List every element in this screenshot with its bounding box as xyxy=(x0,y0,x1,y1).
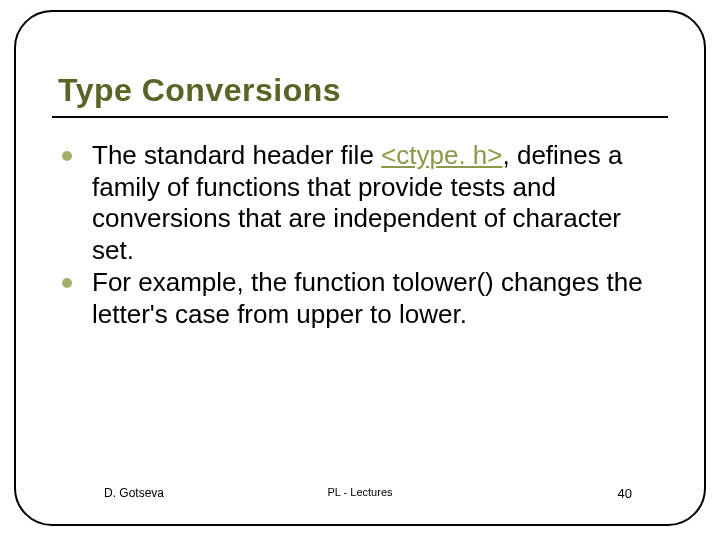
bullet-text: The standard header file <ctype. h>, def… xyxy=(92,140,660,267)
title-underline xyxy=(52,116,668,118)
page-number: 40 xyxy=(618,486,632,501)
footer: D. Gotseva PL - Lectures 40 xyxy=(0,486,720,506)
content-area: The standard header file <ctype. h>, def… xyxy=(62,140,660,330)
list-item: The standard header file <ctype. h>, def… xyxy=(62,140,660,267)
slide: Type Conversions The standard header fil… xyxy=(0,0,720,540)
list-item: For example, the function tolower() chan… xyxy=(62,267,660,330)
header-file-link[interactable]: <ctype. h> xyxy=(381,140,502,170)
bullet-icon xyxy=(62,278,72,288)
text-segment: For example, the function tolower() chan… xyxy=(92,267,643,329)
slide-title: Type Conversions xyxy=(58,72,341,109)
text-segment: The standard header file xyxy=(92,140,381,170)
bullet-text: For example, the function tolower() chan… xyxy=(92,267,660,330)
bullet-icon xyxy=(62,151,72,161)
footer-title: PL - Lectures xyxy=(0,486,720,498)
